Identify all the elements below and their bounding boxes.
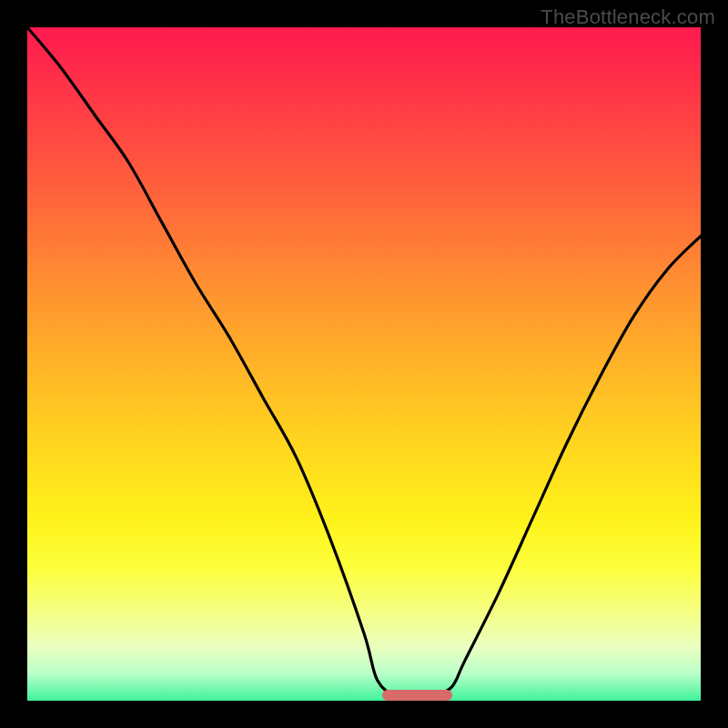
bottleneck-curve bbox=[27, 27, 701, 701]
watermark-text: TheBottleneck.com bbox=[541, 5, 715, 29]
plot-area bbox=[27, 27, 701, 701]
optimal-range-marker bbox=[382, 690, 452, 701]
chart-frame: TheBottleneck.com bbox=[0, 0, 728, 728]
